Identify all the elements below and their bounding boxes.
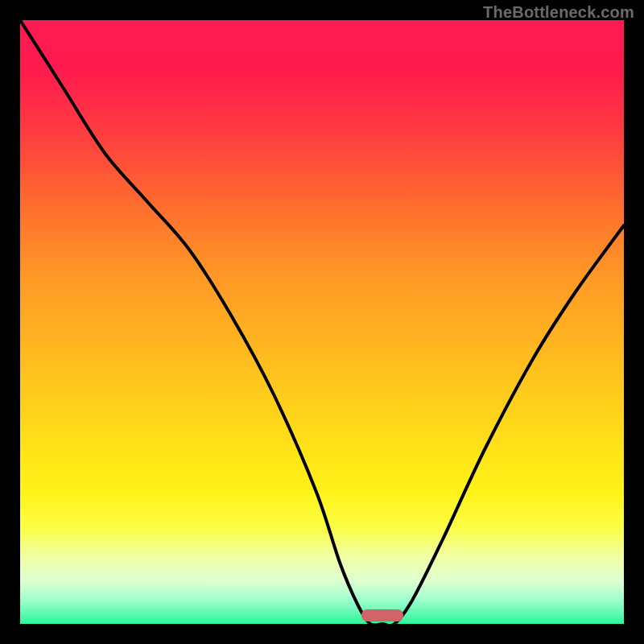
minimum-marker xyxy=(361,609,404,621)
watermark-text: TheBottleneck.com xyxy=(483,3,634,22)
curve-svg xyxy=(20,20,624,624)
bottleneck-curve xyxy=(20,20,624,624)
plot-area xyxy=(20,20,624,624)
chart-frame: TheBottleneck.com xyxy=(0,0,644,644)
